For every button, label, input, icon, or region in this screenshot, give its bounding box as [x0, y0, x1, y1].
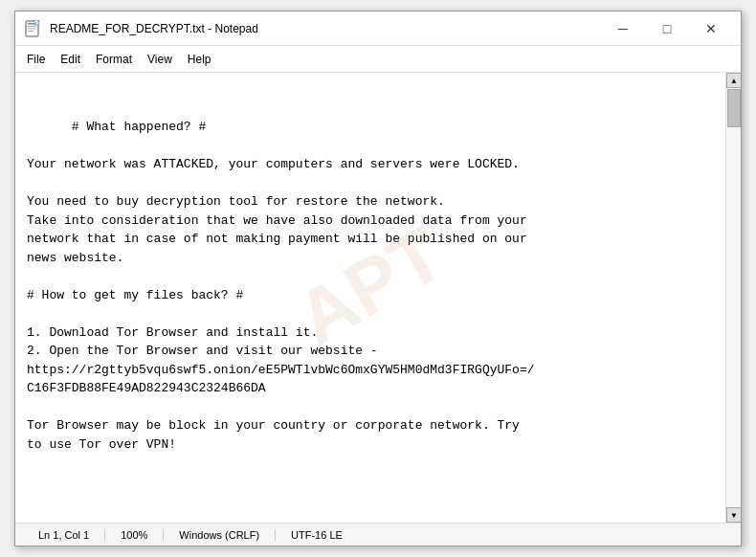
- editor-area: APT # What happened? # Your network was …: [15, 73, 741, 523]
- editor-content: # What happened? # Your network was ATTA…: [27, 120, 535, 452]
- zoom-level: 100%: [105, 529, 164, 541]
- svg-rect-3: [28, 28, 36, 29]
- title-bar: README_FOR_DECRYPT.txt - Notepad ─ □ ✕: [15, 11, 741, 46]
- notepad-window: README_FOR_DECRYPT.txt - Notepad ─ □ ✕ F…: [14, 11, 742, 546]
- svg-rect-2: [28, 26, 36, 27]
- maximize-button[interactable]: □: [645, 11, 689, 46]
- menu-bar: File Edit Format View Help: [15, 46, 741, 73]
- menu-file[interactable]: File: [19, 51, 53, 68]
- scrollbar-track[interactable]: [726, 88, 741, 507]
- line-ending: Windows (CRLF): [164, 529, 276, 541]
- encoding: UTF-16 LE: [276, 529, 358, 541]
- status-bar: Ln 1, Col 1 100% Windows (CRLF) UTF-16 L…: [15, 523, 741, 546]
- window-title: README_FOR_DECRYPT.txt - Notepad: [50, 22, 601, 35]
- cursor-position: Ln 1, Col 1: [23, 529, 105, 541]
- menu-format[interactable]: Format: [88, 51, 140, 68]
- notepad-icon: [23, 19, 42, 38]
- scrollbar[interactable]: ▲ ▼: [725, 73, 741, 523]
- svg-rect-4: [28, 31, 33, 32]
- window-controls: ─ □ ✕: [601, 11, 733, 46]
- scroll-up-button[interactable]: ▲: [726, 73, 741, 88]
- menu-view[interactable]: View: [140, 51, 180, 68]
- close-button[interactable]: ✕: [689, 11, 733, 46]
- text-editor[interactable]: APT # What happened? # Your network was …: [15, 73, 725, 523]
- scrollbar-thumb[interactable]: [727, 89, 741, 127]
- scroll-down-button[interactable]: ▼: [726, 507, 741, 523]
- menu-edit[interactable]: Edit: [53, 51, 88, 68]
- menu-help[interactable]: Help: [180, 51, 219, 68]
- minimize-button[interactable]: ─: [601, 11, 645, 46]
